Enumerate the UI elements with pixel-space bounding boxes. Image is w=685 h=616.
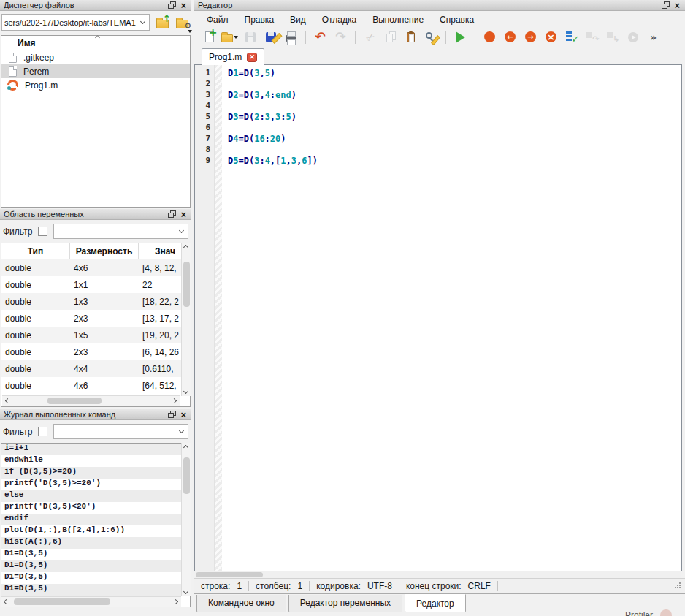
history-item[interactable]: plot(D(1,:),B([2,4],1:6)) [1,525,190,537]
filter-checkbox[interactable] [38,227,47,236]
menu-item[interactable]: Вид [282,12,314,27]
chevron-down-icon[interactable] [140,18,145,23]
scroll-right-icon[interactable] [173,599,178,604]
code-line[interactable]: D2=D(3,4:end) [228,90,681,101]
undock-icon[interactable] [662,4,667,9]
code-line[interactable] [228,79,681,90]
vertical-scrollbar[interactable] [181,443,191,596]
table-row[interactable]: double2x3[13, 17, 2 [1,310,190,327]
file-row[interactable]: .gitkeep [1,50,190,64]
main-tab[interactable]: Командное окно [196,595,286,612]
code-line[interactable] [228,145,681,156]
line-number-gutter[interactable]: 123456789 [195,65,215,571]
undock-icon[interactable] [168,413,174,418]
table-row[interactable]: double1x122 [1,276,190,293]
undo-button[interactable] [311,28,329,46]
scrollbar-thumb[interactable] [183,262,190,307]
menu-item[interactable]: Справка [432,12,482,27]
menu-item[interactable]: Правка [237,12,283,27]
code-line[interactable]: D1=D(3,5) [228,68,681,79]
chevron-down-icon[interactable] [179,227,184,232]
current-directory-combo[interactable]: sers/u202-17/Desktop/it-labs/TEMA1 [1,14,150,31]
undock-icon[interactable] [168,213,174,218]
history-item[interactable]: D1=D(3,5) [1,584,190,596]
history-item[interactable]: if (D(3,5)>=20) [1,467,190,479]
close-icon[interactable]: × [180,1,186,10]
menu-item[interactable]: Выполнение [364,12,432,27]
scroll-up-icon[interactable] [183,445,188,450]
scrollbar-thumb[interactable] [196,572,263,577]
scrollbar-thumb[interactable] [14,598,110,605]
run-button[interactable] [451,28,470,46]
editor-tab-prog1[interactable]: Prog1.m ✕ [202,48,264,65]
code-line[interactable]: D3=D(2:3,3:5) [228,112,681,123]
code-area[interactable]: D1=D(3,5)D2=D(3,4:end)D3=D(2:3,3:5)D4=D(… [222,65,681,571]
menu-item[interactable]: Файл [199,12,237,27]
column-header[interactable]: Размерность [70,243,139,259]
new-script-button[interactable] [200,28,218,46]
history-item[interactable]: endif [1,514,190,525]
table-row[interactable]: double2x3[6, 14, 26 [1,343,190,360]
breakpoint-condition-button[interactable] [562,28,581,46]
step-out-button[interactable] [603,28,621,46]
scroll-left-icon[interactable] [5,398,10,403]
table-row[interactable]: double4x4[0.6110, [1,360,190,377]
column-header[interactable]: Тип [1,243,70,259]
run-selection-button[interactable] [624,28,642,46]
save-file-button[interactable] [241,28,259,46]
scroll-up-icon[interactable] [183,245,188,250]
history-item[interactable]: D1=D(3,5) [1,572,190,584]
main-tab[interactable]: Редактор [405,594,466,612]
copy-button[interactable] [381,28,399,46]
undock-icon[interactable] [168,4,174,9]
chevron-down-icon[interactable] [179,427,184,433]
filter-combo[interactable] [53,424,188,439]
table-row[interactable]: double4x6[4, 8, 12, [1,259,190,276]
table-row[interactable]: double4x6[64, 512, [1,377,190,394]
file-row[interactable]: Perem [1,64,190,78]
history-item[interactable]: else [1,490,190,502]
print-button[interactable] [282,28,300,46]
redo-button[interactable] [332,28,350,46]
filter-combo[interactable] [53,224,188,239]
breakpoint-margin[interactable] [215,65,222,571]
scroll-down-icon[interactable] [183,389,188,394]
one-directory-up-button[interactable]: ↑ [153,14,172,31]
remove-breakpoints-button[interactable] [542,28,560,46]
save-file-as-button[interactable] [261,28,280,46]
more-button[interactable] [644,28,662,46]
history-item[interactable]: D1=D(3,5) [1,560,190,572]
close-icon[interactable]: × [180,410,186,419]
history-item[interactable]: D1=D(3,5) [1,549,190,560]
code-line[interactable]: D5=D(3:4,[1,3,6]) [228,156,681,167]
horizontal-scrollbar[interactable] [1,596,181,607]
open-file-button[interactable] [221,28,239,46]
close-icon[interactable]: × [180,210,186,219]
scroll-left-icon[interactable] [4,599,9,604]
code-line[interactable] [228,101,681,112]
name-column-header[interactable]: Имя [1,36,190,50]
history-item[interactable]: endwhile [1,455,190,467]
scrollbar-thumb[interactable] [47,398,102,404]
main-tab[interactable]: Редактор переменных [288,595,402,612]
paste-button[interactable] [402,28,420,46]
scroll-right-icon[interactable] [172,398,177,403]
scroll-down-icon[interactable] [183,589,188,594]
history-item[interactable]: hist(A(:),6) [1,537,190,549]
tab-close-icon[interactable]: ✕ [247,53,257,62]
editor-horizontal-scrollbar[interactable] [195,571,681,578]
close-icon[interactable]: × [674,1,680,10]
find-replace-button[interactable] [422,28,440,46]
code-line[interactable] [228,123,681,134]
vertical-scrollbar[interactable] [181,243,191,396]
prev-breakpoint-button[interactable] [501,28,519,46]
table-row[interactable]: double1x5[19, 20, 2 [1,327,190,343]
resize-grip[interactable] [674,582,681,589]
horizontal-scrollbar[interactable] [2,395,180,406]
menu-item[interactable]: Отладка [314,12,364,27]
history-item[interactable]: printf('D(3,5)<20') [1,502,190,514]
filter-checkbox[interactable] [38,427,47,436]
code-line[interactable]: D4=D(16:20) [228,134,681,145]
browser-actions-button[interactable]: ⚙ [172,14,191,31]
history-item[interactable]: printf('D(3,5)>=20') [1,479,190,490]
